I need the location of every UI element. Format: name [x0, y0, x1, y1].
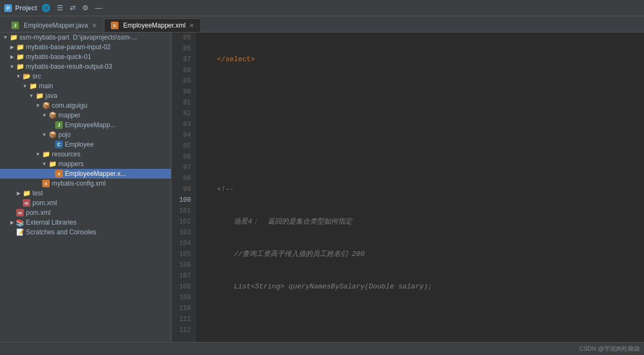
sidebar-label-mybatis-config: mybatis-config.xml — [52, 180, 105, 187]
minimize-icon[interactable]: — — [94, 3, 103, 13]
sidebar-item-label-root: ssm-mybatis-part D:\javaprojects\ssm-... — [19, 34, 137, 41]
xml-icon-employeemapper: X — [55, 170, 63, 178]
arrow-employeemapper-xml — [48, 170, 54, 177]
ln-86: 86 — [176, 43, 191, 54]
folder-icon-resources: 📁 — [42, 150, 50, 158]
arrow-pojo: ▼ — [41, 132, 48, 138]
sidebar-label-employeemapper-xml: EmployeeMapper.x... — [65, 170, 126, 178]
arrow-pom-outer — [9, 209, 15, 216]
sidebar-item-root[interactable]: ▼ 📁 ssm-mybatis-part D:\javaprojects\ssm… — [0, 32, 171, 42]
ln-95: 95 — [176, 141, 191, 152]
sidebar-item-mapper-pkg[interactable]: ▼ 📦 mapper — [0, 110, 171, 120]
ln-103: 103 — [176, 227, 191, 238]
tab-java-close[interactable]: ✕ — [92, 22, 97, 29]
ln-109: 109 — [176, 292, 191, 303]
sidebar-item-scratches[interactable]: 📝 Scratches and Consoles — [0, 227, 171, 237]
ln-87: 87 — [176, 54, 191, 65]
folder-icon-mapper-pkg: 📦 — [49, 111, 56, 119]
project-dropdown[interactable]: Project — [15, 4, 37, 12]
folder-icon-package: 📦 — [42, 102, 50, 109]
sidebar-item-main[interactable]: ▼ 📁 main — [0, 81, 171, 91]
sidebar-item-pojo[interactable]: ▼ 📦 pojo — [0, 130, 171, 140]
folder-icon-main: 📁 — [29, 82, 37, 90]
lib-icon: 📚 — [16, 219, 24, 226]
xml-icon-mybatis-config: X — [42, 180, 50, 187]
arrow-main: ▼ — [22, 83, 28, 89]
sidebar-label-employeemapper-java: EmployeeMapp... — [65, 121, 115, 129]
arrow-mapper-pkg: ▼ — [41, 112, 48, 119]
arrow-external-libs: ▶ — [9, 219, 15, 226]
sidebar-label-pom-outer: pom.xml — [26, 209, 50, 216]
folder-icon-src: 📂 — [23, 73, 30, 80]
scratch-icon: 📝 — [16, 228, 24, 236]
java-icon-employeemapper: J — [55, 121, 63, 129]
sidebar-label-employee: Employee — [65, 141, 94, 148]
arrow-param-input: ▶ — [9, 44, 15, 50]
tab-java[interactable]: J EmployeeMapper.java ✕ — [4, 18, 104, 32]
sidebar-item-external-libs[interactable]: ▶ 📚 External Libraries — [0, 218, 171, 227]
project-icon: P — [4, 4, 12, 12]
ln-96: 96 — [176, 152, 191, 162]
java-file-icon: J — [11, 22, 19, 29]
gear-icon[interactable]: ⚙ — [81, 3, 90, 13]
sidebar: ▼ 📁 ssm-mybatis-part D:\javaprojects\ssm… — [0, 32, 171, 342]
ln-90: 90 — [176, 87, 191, 97]
title-bar-left: P Project 🌐 ☰ ⇄ ⚙ — — [4, 3, 167, 13]
sidebar-item-result[interactable]: ▼ 📁 mybatis-base-result-output-03 — [0, 62, 171, 71]
watermark: CSDN @芋泥肉松脑袋 — [580, 345, 640, 353]
tab-xml-close[interactable]: ✕ — [189, 22, 194, 29]
sidebar-label-java-dir: java — [45, 92, 57, 100]
code-content[interactable]: 85 86 87 88 89 90 91 92 93 94 95 96 97 9… — [171, 32, 644, 342]
sidebar-item-param-input[interactable]: ▶ 📁 mybatis-base-param-input-02 — [0, 42, 171, 52]
sidebar-item-pom-inner[interactable]: m pom.xml — [0, 198, 171, 208]
code-lines[interactable]: </select> <!-- 场景4： 返回的是集合类型如何指定 //查询工资高… — [196, 32, 644, 342]
sidebar-label-src: src — [32, 73, 41, 80]
sidebar-item-pom-outer[interactable]: m pom.xml — [0, 208, 171, 218]
globe-icon[interactable]: 🌐 — [41, 3, 51, 13]
arrow-root: ▼ — [2, 34, 9, 41]
ln-94: 94 — [176, 130, 191, 141]
folder-icon-param-input: 📁 — [16, 43, 24, 51]
sidebar-label-resources: resources — [52, 150, 81, 158]
folder-icon-result: 📁 — [16, 63, 24, 70]
sidebar-item-mybatis-config[interactable]: X mybatis-config.xml — [0, 179, 171, 188]
sidebar-label-pojo: pojo — [58, 131, 71, 139]
tab-xml[interactable]: X EmployeeMapper.xml ✕ — [104, 18, 201, 32]
sidebar-item-resources[interactable]: ▼ 📁 resources — [0, 149, 171, 159]
sidebar-item-package[interactable]: ▼ 📦 com.atguigu — [0, 101, 171, 110]
code-line-89: <!-- — [200, 184, 644, 195]
pom-icon-outer: m — [16, 209, 24, 216]
class-icon-employee: C — [55, 141, 63, 148]
sidebar-item-quick[interactable]: ▶ 📁 mybatis-base-quick-01 — [0, 52, 171, 62]
arrow-test: ▶ — [15, 190, 22, 196]
sidebar-label-test: test — [32, 189, 43, 197]
ln-85: 85 — [176, 32, 191, 43]
list-icon[interactable]: ☰ — [56, 3, 64, 13]
sidebar-label-mapper-pkg: mapper — [58, 111, 81, 119]
ln-97: 97 — [176, 162, 191, 173]
sidebar-label-external-libs: External Libraries — [26, 219, 76, 226]
sidebar-item-mappers[interactable]: ▼ 📁 mappers — [0, 159, 171, 169]
ln-92: 92 — [176, 108, 191, 119]
folder-icon-java-dir: 📁 — [36, 92, 43, 100]
code-line-85: </select> — [200, 54, 644, 65]
folder-icon-pojo: 📦 — [49, 131, 56, 139]
sidebar-item-src[interactable]: ▼ 📂 src — [0, 71, 171, 81]
sidebar-item-java-dir[interactable]: ▼ 📁 java — [0, 91, 171, 101]
sidebar-item-employee[interactable]: C Employee — [0, 140, 171, 149]
code-line-90: 场景4： 返回的是集合类型如何指定 — [200, 216, 644, 227]
code-line-86 — [200, 87, 644, 97]
arrow-employeemapper-java — [48, 122, 54, 128]
title-icons: 🌐 ☰ ⇄ ⚙ — — [41, 3, 103, 13]
split-icon[interactable]: ⇄ — [69, 3, 77, 13]
code-line-91: //查询工资高于传入值的员工姓名们 200 — [200, 249, 644, 260]
sidebar-item-employeemapper-xml[interactable]: X EmployeeMapper.x... — [0, 169, 171, 179]
ln-100: 100 — [176, 195, 191, 206]
sidebar-label-quick: mybatis-base-quick-01 — [26, 53, 91, 61]
ln-102: 102 — [176, 216, 191, 227]
sidebar-item-employeemapper-java[interactable]: J EmployeeMapp... — [0, 120, 171, 130]
arrow-java-dir: ▼ — [28, 93, 35, 99]
sidebar-item-test[interactable]: ▶ 📁 test — [0, 188, 171, 198]
arrow-pom-inner — [15, 200, 22, 206]
arrow-quick: ▶ — [9, 54, 15, 60]
